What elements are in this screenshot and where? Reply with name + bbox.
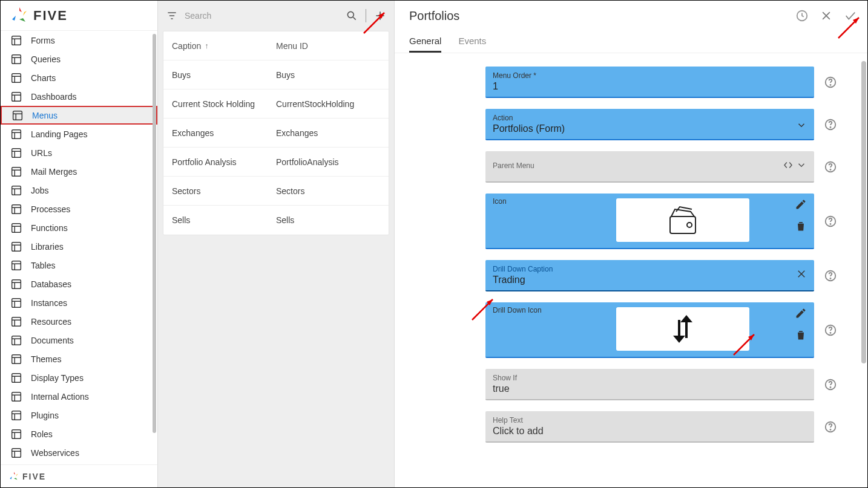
sidebar-item-functions[interactable]: Functions	[1, 218, 157, 237]
detail-scrollbar-thumb[interactable]	[861, 61, 866, 363]
nav-icon	[8, 53, 25, 66]
sidebar-item-mail-merges[interactable]: Mail Merges	[1, 162, 157, 181]
svg-rect-54	[12, 373, 21, 382]
svg-rect-33	[12, 242, 21, 251]
nav-icon	[8, 128, 25, 141]
history-icon[interactable]	[795, 8, 809, 23]
sidebar-item-webservices[interactable]: Webservices	[1, 443, 157, 462]
sidebar-item-plugins[interactable]: Plugins	[1, 406, 157, 425]
nav-icon	[8, 240, 25, 253]
list-row[interactable]: ExchangesExchanges	[163, 119, 389, 148]
sidebar-item-roles[interactable]: Roles	[1, 425, 157, 443]
nav-icon	[8, 221, 25, 235]
column-menu-id[interactable]: Menu ID	[276, 41, 380, 51]
svg-point-84	[830, 169, 830, 170]
list-row[interactable]: Current Stock HoldingCurrentStockHolding	[163, 89, 389, 119]
sidebar-item-menus[interactable]: Menus	[1, 106, 157, 125]
nav-icon	[8, 446, 25, 460]
footer-logo: FIVE	[1, 464, 157, 487]
search-icon[interactable]	[344, 8, 360, 24]
trash-icon[interactable]	[795, 329, 807, 341]
page-title: Portfolios	[409, 9, 459, 23]
tab-events[interactable]: Events	[458, 31, 486, 53]
tab-general[interactable]: General	[409, 31, 441, 53]
nav-icon	[8, 428, 25, 441]
icon-preview-arrows	[616, 307, 749, 351]
help-icon[interactable]	[824, 215, 837, 228]
column-caption[interactable]: Caption ↑	[172, 41, 276, 51]
icon-field[interactable]: Icon	[485, 194, 814, 249]
chevron-down-icon[interactable]	[796, 160, 807, 171]
nav-icon	[8, 315, 25, 328]
edit-icon[interactable]	[795, 307, 807, 319]
sidebar-item-processes[interactable]: Processes	[1, 200, 157, 218]
help-icon[interactable]	[824, 420, 837, 434]
nav-icon	[8, 184, 25, 197]
drill-down-icon-field[interactable]: Drill Down Icon	[485, 302, 814, 358]
list-row[interactable]: BuysBuys	[163, 60, 389, 89]
nav-icon	[8, 296, 25, 310]
menu-order-field[interactable]: Menu Order * 1	[485, 67, 814, 98]
parent-menu-field[interactable]: Parent Menu	[485, 151, 814, 183]
sidebar-item-queries[interactable]: Queries	[1, 50, 157, 68]
sidebar-item-urls[interactable]: URLs	[1, 143, 157, 162]
sidebar-item-libraries[interactable]: Libraries	[1, 237, 157, 256]
svg-rect-66	[12, 448, 21, 457]
sidebar-item-charts[interactable]: Charts	[1, 68, 157, 87]
svg-rect-57	[12, 392, 21, 401]
list-row[interactable]: SectorsSectors	[163, 177, 389, 206]
svg-rect-18	[12, 148, 21, 157]
svg-point-88	[830, 224, 830, 224]
sidebar-item-internal-actions[interactable]: Internal Actions	[1, 387, 157, 406]
sidebar-item-display-types[interactable]: Display Types	[1, 368, 157, 387]
action-field[interactable]: Action Portfolios (Form)	[485, 109, 814, 140]
save-check-icon[interactable]	[843, 8, 858, 23]
help-icon[interactable]	[824, 160, 837, 174]
chevron-down-icon	[796, 120, 807, 131]
svg-point-98	[830, 429, 830, 430]
help-icon[interactable]	[824, 378, 837, 391]
help-icon[interactable]	[824, 269, 837, 282]
nav-icon	[8, 371, 25, 385]
nav-icon	[8, 90, 25, 103]
close-icon[interactable]	[819, 8, 833, 23]
svg-point-96	[830, 387, 830, 388]
svg-rect-0	[12, 36, 21, 45]
edit-icon[interactable]	[795, 198, 807, 210]
help-text-field[interactable]: Help Text Click to add	[485, 411, 814, 443]
add-icon[interactable]	[372, 8, 388, 24]
svg-point-72	[347, 11, 353, 18]
svg-rect-39	[12, 279, 21, 288]
svg-rect-51	[12, 354, 21, 363]
svg-rect-60	[12, 411, 21, 420]
clear-x-icon[interactable]	[796, 268, 807, 279]
sidebar-item-themes[interactable]: Themes	[1, 350, 157, 368]
help-icon[interactable]	[824, 76, 837, 89]
svg-rect-63	[12, 429, 21, 438]
sidebar-item-dashboards[interactable]: Dashboards	[1, 87, 157, 106]
sidebar-item-tables[interactable]: Tables	[1, 256, 157, 275]
help-icon[interactable]	[824, 324, 837, 337]
list-row[interactable]: Portfolio AnalysisPortfolioAnalysis	[163, 148, 389, 177]
sidebar-item-landing-pages[interactable]: Landing Pages	[1, 125, 157, 143]
sidebar-item-databases[interactable]: Databases	[1, 275, 157, 293]
svg-rect-9	[12, 92, 21, 101]
sidebar-item-resources[interactable]: Resources	[1, 312, 157, 331]
filter-icon[interactable]	[164, 8, 180, 24]
trash-icon[interactable]	[795, 220, 807, 232]
list-row[interactable]: SellsSells	[163, 206, 389, 235]
help-icon[interactable]	[824, 118, 837, 131]
nav-icon	[8, 334, 25, 347]
search-input[interactable]	[185, 11, 339, 21]
drill-down-caption-field[interactable]: Drill Down Caption Trading	[485, 260, 814, 291]
sidebar-item-forms[interactable]: Forms	[1, 31, 157, 50]
sidebar-item-instances[interactable]: Instances	[1, 293, 157, 312]
code-icon[interactable]	[783, 160, 794, 171]
sidebar-item-jobs[interactable]: Jobs	[1, 181, 157, 200]
svg-point-82	[830, 127, 830, 128]
svg-point-92	[830, 278, 830, 279]
sidebar-item-documents[interactable]: Documents	[1, 331, 157, 350]
sidebar-scrollbar-thumb[interactable]	[153, 34, 156, 433]
show-if-field[interactable]: Show If true	[485, 369, 814, 400]
list-header: Caption ↑ Menu ID	[163, 31, 389, 60]
